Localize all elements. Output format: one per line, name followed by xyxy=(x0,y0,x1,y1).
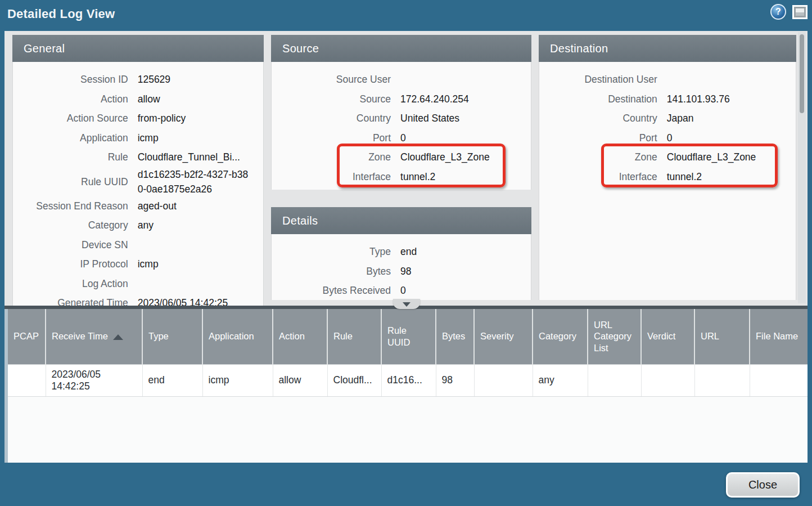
field-label: Session ID xyxy=(13,72,128,87)
column-header-rule-uuid[interactable]: Rule UUID xyxy=(381,309,436,364)
field-row: Applicationicmp xyxy=(13,128,263,148)
field-row: Generated Time2023/06/05 14:42:25 xyxy=(13,293,263,306)
column-header-application[interactable]: Application xyxy=(202,309,273,364)
field-value: aged-out xyxy=(138,199,250,213)
column-header-receive-time[interactable]: Receive Time xyxy=(46,309,142,364)
field-row: CountryJapan xyxy=(539,109,796,128)
close-button[interactable]: Close xyxy=(726,472,800,498)
log-detail-panels-region: General Session ID125629ActionallowActio… xyxy=(4,31,808,306)
field-value: d1c16235-b2f2-4327-b380-0ae1875e2a26 xyxy=(138,167,250,196)
cell-type: end xyxy=(142,364,202,396)
field-value: end xyxy=(400,244,518,259)
column-header-bytes[interactable]: Bytes xyxy=(436,309,474,364)
field-row: Source172.64.240.254 xyxy=(272,89,531,109)
field-row: IP Protocolicmp xyxy=(13,254,263,274)
field-label: Rule xyxy=(13,150,128,164)
field-row: Device SN xyxy=(13,235,263,255)
field-row: Source User xyxy=(272,70,531,89)
restore-window-icon[interactable] xyxy=(792,5,808,19)
field-row: Session End Reasonaged-out xyxy=(13,196,263,216)
column-header-url-category-list[interactable]: URL Category List xyxy=(588,309,641,364)
general-panel: General Session ID125629ActionallowActio… xyxy=(12,35,264,306)
field-label: Action Source xyxy=(13,111,128,126)
cell-action: allow xyxy=(273,364,327,396)
field-row: Bytes Received0 xyxy=(272,281,531,301)
field-value: Cloudflare_L3_Zone xyxy=(400,150,518,164)
column-header-url[interactable]: URL xyxy=(694,309,750,364)
field-row: Log Action xyxy=(13,274,263,294)
field-value: from-policy xyxy=(138,111,250,126)
column-header-pcap[interactable]: PCAP xyxy=(8,309,46,364)
cell-severity xyxy=(474,364,533,396)
details-panel-body: TypeendBytes98Bytes Received0 xyxy=(271,234,531,300)
collapse-panel-handle[interactable] xyxy=(393,299,420,309)
source-panel: Source Source UserSource172.64.240.254Co… xyxy=(271,35,531,190)
column-header-action[interactable]: Action xyxy=(273,309,327,364)
details-panel-header: Details xyxy=(271,207,531,234)
general-panel-body: Session ID125629ActionallowAction Source… xyxy=(12,62,264,306)
field-row: Bytes98 xyxy=(272,262,531,281)
field-label: Session End Reason xyxy=(13,199,128,213)
field-value: 125629 xyxy=(138,72,250,87)
field-value: tunnel.2 xyxy=(400,169,518,184)
column-header-rule[interactable]: Rule xyxy=(327,309,381,364)
column-header-type[interactable]: Type xyxy=(142,309,202,364)
field-label: Source xyxy=(272,92,391,106)
field-label: Device SN xyxy=(13,238,128,252)
field-value: icmp xyxy=(138,131,250,145)
field-label: Application xyxy=(13,131,128,145)
sort-ascending-icon xyxy=(113,334,123,340)
title-bar: Detailed Log View ? xyxy=(0,0,812,31)
details-panel: Details TypeendBytes98Bytes Received0 xyxy=(271,207,531,300)
cell-pcap xyxy=(8,364,46,396)
column-header-severity[interactable]: Severity xyxy=(474,309,533,364)
field-label: Source User xyxy=(272,72,391,87)
field-value: Japan xyxy=(667,111,783,126)
field-label: Bytes xyxy=(272,264,391,279)
help-icon[interactable]: ? xyxy=(770,4,786,20)
field-value: tunnel.2 xyxy=(667,169,783,184)
column-header-verdict[interactable]: Verdict xyxy=(641,309,694,364)
log-table-region: PCAPReceive TimeTypeApplicationActionRul… xyxy=(4,306,808,463)
log-entries-table: PCAPReceive TimeTypeApplicationActionRul… xyxy=(8,309,808,397)
panels-scrollbar-thumb[interactable] xyxy=(800,34,804,113)
field-label: Action xyxy=(13,92,128,106)
field-label: Rule UUID xyxy=(13,174,128,189)
field-value: 2023/06/05 14:42:25 xyxy=(138,295,250,306)
general-panel-header: General xyxy=(12,35,264,62)
field-label: Log Action xyxy=(13,276,128,291)
field-row: Action Sourcefrom-policy xyxy=(13,109,263,128)
field-value: icmp xyxy=(138,257,250,271)
field-label: Country xyxy=(272,111,391,126)
field-row: RuleCloudflare_Tunnel_Bi... xyxy=(13,147,263,167)
source-panel-header: Source xyxy=(271,35,531,62)
field-label: IP Protocol xyxy=(13,257,128,271)
field-row: Port0 xyxy=(539,128,796,148)
field-row: Categoryany xyxy=(13,216,263,235)
column-header-category[interactable]: Category xyxy=(533,309,588,364)
footer-bar: Close xyxy=(0,463,812,506)
field-value: Cloudflare_Tunnel_Bi... xyxy=(138,150,250,164)
field-value: 172.64.240.254 xyxy=(400,92,518,106)
field-value: allow xyxy=(138,92,250,106)
cell-file-name xyxy=(750,364,808,396)
column-header-file-name[interactable]: File Name xyxy=(750,309,808,364)
field-row: Destination User xyxy=(539,70,796,89)
field-row: Port0 xyxy=(272,128,531,148)
cell-receive-time: 2023/06/05 14:42:25 xyxy=(46,364,142,396)
table-header-row: PCAPReceive TimeTypeApplicationActionRul… xyxy=(8,309,808,364)
table-row[interactable]: 2023/06/05 14:42:25endicmpallowCloudfl..… xyxy=(8,364,808,396)
panels-scrollbar-track[interactable] xyxy=(798,32,806,303)
destination-panel-header: Destination xyxy=(539,35,796,62)
field-label: Interface xyxy=(272,169,391,184)
cell-verdict xyxy=(641,364,694,396)
field-label: Bytes Received xyxy=(272,283,391,298)
field-value: Cloudflare_L3_Zone xyxy=(667,150,783,164)
field-row: Interfacetunnel.2 xyxy=(272,167,531,187)
field-label: Country xyxy=(539,111,657,126)
page-title: Detailed Log View xyxy=(0,7,115,21)
field-row: ZoneCloudflare_L3_Zone xyxy=(539,147,796,167)
field-label: Port xyxy=(272,131,391,145)
cell-bytes: 98 xyxy=(436,364,474,396)
cell-rule: Cloudfl... xyxy=(327,364,381,396)
